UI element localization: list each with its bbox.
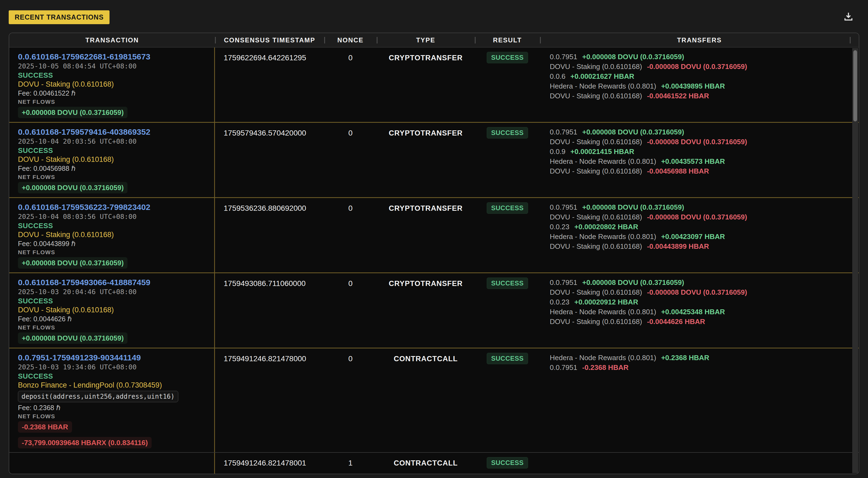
transfer-amount: +0.2368 HBAR xyxy=(661,353,709,362)
consensus-timestamp-value: 1759579436.570420000 xyxy=(224,129,306,137)
transaction-link[interactable]: 0.0.610168-1759536223-799823402 xyxy=(18,202,208,212)
result-cell: SUCCESS xyxy=(475,348,540,452)
consensus-timestamp-value: 1759536236.880692000 xyxy=(224,204,306,212)
type-cell: CRYPTOTRANSFER xyxy=(377,47,475,122)
transaction-entity[interactable]: DOVU - Staking (0.0.610168) xyxy=(18,155,208,164)
type-value: CRYPTOTRANSFER xyxy=(389,204,463,212)
net-flow-chip: +0.000008 DOVU (0.0.3716059) xyxy=(18,332,127,344)
net-flows-chips: +0.000008 DOVU (0.0.3716059) xyxy=(18,257,208,268)
transfer-amount: -0.0044626 HBAR xyxy=(647,317,705,326)
net-flows-chips: +0.000008 DOVU (0.0.3716059) xyxy=(18,182,208,193)
transaction-function-signature: deposit(address,uint256,address,uint16) xyxy=(18,391,178,402)
transfer-account: 0.0.9 xyxy=(550,147,565,156)
transfer-account: 0.0.6 xyxy=(550,71,565,81)
net-flow-chip: +0.000008 DOVU (0.0.3716059) xyxy=(18,182,127,193)
transfer-line: Hedera - Node Rewards (0.0.801)+0.004355… xyxy=(550,156,848,166)
transfer-account: 0.0.7951 xyxy=(550,52,577,62)
transfer-amount: +0.00020802 HBAR xyxy=(574,222,638,232)
transaction-cell: 0.0.610168-1759536223-799823402 2025-10-… xyxy=(9,198,215,273)
nonce-cell: 0 xyxy=(324,47,377,122)
transfers-cell xyxy=(540,453,859,474)
transfers-cell: 0.0.7951+0.000008 DOVU (0.0.3716059)DOVU… xyxy=(540,47,859,122)
transaction-link[interactable]: 0.0.7951-1759491239-903441149 xyxy=(18,353,208,362)
table-row[interactable]: 0.0.610168-1759536223-799823402 2025-10-… xyxy=(9,197,859,273)
transfer-amount: +0.00435573 HBAR xyxy=(661,156,725,166)
transfer-amount: -0.000008 DOVU (0.0.3716059) xyxy=(647,212,747,222)
column-header-result: RESULT xyxy=(475,36,540,44)
net-flows-chips: +0.000008 DOVU (0.0.3716059) xyxy=(18,332,208,344)
transaction-link[interactable]: 0.0.610168-1759622681-619815673 xyxy=(18,52,208,62)
result-badge: SUCCESS xyxy=(487,127,528,138)
table-row[interactable]: 0.0.610168-1759622681-619815673 2025-10-… xyxy=(9,47,859,122)
net-flows-chips: +0.000008 DOVU (0.0.3716059) xyxy=(18,107,208,118)
consensus-timestamp-value: 1759491246.821478001 xyxy=(224,459,306,467)
transaction-cell: 0.0.610168-1759579416-403869352 2025-10-… xyxy=(9,123,215,197)
scrollbar-track[interactable] xyxy=(852,48,858,473)
transaction-entity[interactable]: DOVU - Staking (0.0.610168) xyxy=(18,305,208,315)
table-row[interactable]: 0.0.610168-1759493066-418887459 2025-10-… xyxy=(9,273,859,348)
nonce-value: 0 xyxy=(348,204,353,212)
transfer-line: 0.0.7951+0.000008 DOVU (0.0.3716059) xyxy=(550,127,848,137)
transaction-entity[interactable]: DOVU - Staking (0.0.610168) xyxy=(18,230,208,239)
nonce-cell: 0 xyxy=(324,123,377,197)
transaction-status: SUCCESS xyxy=(18,221,208,230)
transfer-account: 0.0.23 xyxy=(550,297,569,307)
transfer-line: Hedera - Node Rewards (0.0.801)+0.2368 H… xyxy=(550,353,848,362)
nonce-cell: 0 xyxy=(324,273,377,348)
transfer-account: DOVU - Staking (0.0.610168) xyxy=(550,212,642,222)
transfers-cell: 0.0.7951+0.000008 DOVU (0.0.3716059)DOVU… xyxy=(540,198,859,273)
column-header-nonce: NONCE xyxy=(324,36,377,44)
result-badge: SUCCESS xyxy=(487,52,528,63)
transfer-account: Hedera - Node Rewards (0.0.801) xyxy=(550,232,656,242)
transfer-amount: +0.000008 DOVU (0.0.3716059) xyxy=(582,127,684,137)
type-cell: CRYPTOTRANSFER xyxy=(377,273,475,348)
transfer-line: DOVU - Staking (0.0.610168)-0.0044626 HB… xyxy=(550,317,848,326)
transfer-amount: +0.000008 DOVU (0.0.3716059) xyxy=(582,278,684,287)
transfer-account: DOVU - Staking (0.0.610168) xyxy=(550,91,642,101)
transfer-line: 0.0.7951+0.000008 DOVU (0.0.3716059) xyxy=(550,278,848,287)
nonce-cell: 0 xyxy=(324,348,377,452)
transaction-link[interactable]: 0.0.610168-1759493066-418887459 xyxy=(18,278,208,287)
transfer-account: DOVU - Staking (0.0.610168) xyxy=(550,62,642,71)
transfer-line: DOVU - Staking (0.0.610168)-0.00443899 H… xyxy=(550,242,848,251)
transaction-entity[interactable]: DOVU - Staking (0.0.610168) xyxy=(18,79,208,89)
transfer-amount: +0.000008 DOVU (0.0.3716059) xyxy=(582,52,684,62)
table-row[interactable]: 1759491246.821478001 1 CONTRACTCALL SUCC… xyxy=(9,452,859,474)
transaction-status: SUCCESS xyxy=(18,146,208,155)
transaction-fee: Fee: 0.00461522 ℏ xyxy=(18,89,208,97)
transaction-fee: Fee: 0.00456988 ℏ xyxy=(18,164,208,173)
transaction-entity[interactable]: Bonzo Finance - LendingPool (0.0.7308459… xyxy=(18,381,208,390)
scrollbar-thumb[interactable] xyxy=(853,50,857,121)
transaction-datetime: 2025-10-05 08:04:54 UTC+08:00 xyxy=(18,62,208,71)
column-header-transfers: TRANSFERS xyxy=(540,36,859,44)
result-badge: SUCCESS xyxy=(487,457,528,469)
transfer-amount: +0.00425348 HBAR xyxy=(661,307,725,317)
type-value: CONTRACTCALL xyxy=(394,355,458,363)
transfer-account: DOVU - Staking (0.0.610168) xyxy=(550,137,642,147)
transfer-line: Hedera - Node Rewards (0.0.801)+0.004398… xyxy=(550,81,848,91)
transaction-datetime: 2025-10-04 08:03:56 UTC+08:00 xyxy=(18,212,208,221)
nonce-value: 0 xyxy=(348,279,353,288)
transfer-amount: +0.00423097 HBAR xyxy=(661,232,725,242)
result-cell: SUCCESS xyxy=(475,47,540,122)
net-flows-chips: -0.2368 HBAR-73,799.00939648 HBARX (0.0.… xyxy=(18,421,208,448)
transaction-link[interactable]: 0.0.610168-1759579416-403869352 xyxy=(18,127,208,137)
table-row[interactable]: 0.0.7951-1759491239-903441149 2025-10-03… xyxy=(9,348,859,452)
type-value: CRYPTOTRANSFER xyxy=(389,54,463,62)
transfer-line: DOVU - Staking (0.0.610168)-0.00456988 H… xyxy=(550,166,848,176)
transfer-amount: -0.00456988 HBAR xyxy=(647,166,709,176)
transfer-line: DOVU - Staking (0.0.610168)-0.000008 DOV… xyxy=(550,212,848,222)
consensus-timestamp-value: 1759493086.711060000 xyxy=(224,279,306,288)
table-row[interactable]: 0.0.610168-1759579416-403869352 2025-10-… xyxy=(9,122,859,197)
table-body: 0.0.610168-1759622681-619815673 2025-10-… xyxy=(9,47,859,474)
transfer-line: DOVU - Staking (0.0.610168)-0.000008 DOV… xyxy=(550,287,848,297)
transfer-account: 0.0.7951 xyxy=(550,202,577,212)
transaction-status: SUCCESS xyxy=(18,296,208,305)
download-button[interactable] xyxy=(842,11,855,23)
transaction-cell: 0.0.610168-1759622681-619815673 2025-10-… xyxy=(9,47,215,122)
consensus-timestamp-value: 1759491246.821478000 xyxy=(224,354,306,363)
transfer-account: 0.0.7951 xyxy=(550,362,577,372)
transfer-line: 0.0.9+0.00021415 HBAR xyxy=(550,147,848,156)
column-header-transaction: TRANSACTION xyxy=(9,36,215,44)
transfer-account: 0.0.7951 xyxy=(550,127,577,137)
